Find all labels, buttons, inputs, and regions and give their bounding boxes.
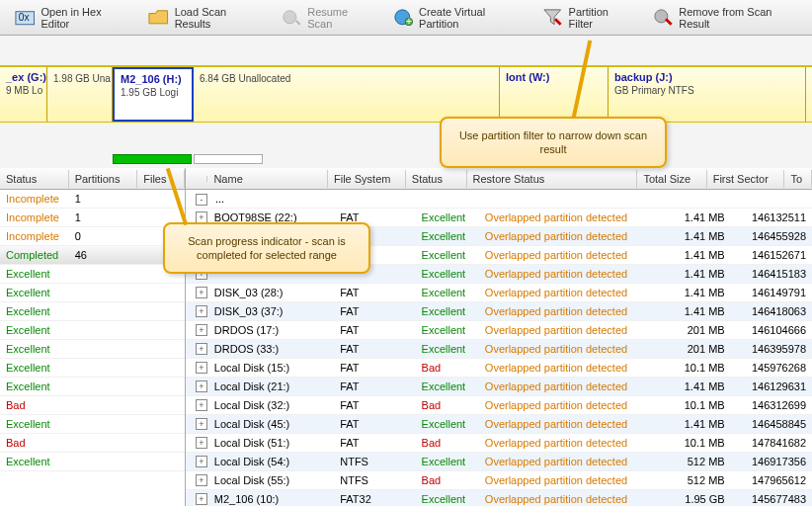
status-row[interactable]: Bad xyxy=(0,434,185,453)
expand-icon[interactable]: + xyxy=(196,343,207,355)
left-panel: StatusPartitionsFiles Incomplete1Incompl… xyxy=(0,168,186,506)
restore-cell: Overlapped partition detected xyxy=(479,210,659,225)
status-row[interactable]: Incomplete1 xyxy=(0,209,185,227)
restore-cell: Overlapped partition detected xyxy=(479,454,659,469)
open-hex-button[interactable]: 0x Open in Hex Editor xyxy=(4,1,137,35)
status-cell: Excellent xyxy=(0,416,69,432)
size-cell: 1.95 GB xyxy=(658,491,730,506)
partition-row[interactable]: +Local Disk (21:)FATExcellentOverlapped … xyxy=(186,378,812,396)
partition-row[interactable]: +Local Disk (55:)NTFSBadOverlapped parti… xyxy=(186,471,812,490)
column-header[interactable]: First Sector xyxy=(707,170,785,188)
collapse-icon[interactable]: - xyxy=(196,194,207,206)
status-cell: Excellent xyxy=(416,491,479,506)
partition-title: M2_106 (H:) xyxy=(121,73,186,85)
partition-row[interactable]: +Local Disk (45:)FATExcellentOverlapped … xyxy=(186,415,812,434)
remove-result-button[interactable]: Remove from Scan Result xyxy=(642,1,808,35)
partition-cell[interactable]: lont (W:) xyxy=(500,67,609,122)
status-row[interactable]: Excellent xyxy=(0,284,185,302)
svg-point-2 xyxy=(284,10,296,23)
status-cell: Excellent xyxy=(0,379,69,394)
name-cell: Local Disk (55:) xyxy=(208,472,334,488)
column-header[interactable]: Status xyxy=(0,170,69,188)
partition-cell[interactable]: backup (J:)GB Primary NTFS xyxy=(609,67,806,122)
load-scan-button[interactable]: Load Scan Results xyxy=(137,1,271,35)
right-panel: NameFile SystemStatusRestore StatusTotal… xyxy=(186,168,812,506)
expand-icon[interactable]: + xyxy=(196,418,207,430)
status-row[interactable]: Excellent xyxy=(0,415,185,434)
status-row[interactable]: Excellent xyxy=(0,265,185,284)
partition-row[interactable]: +Local Disk (32:)FATBadOverlapped partit… xyxy=(186,396,812,415)
status-row[interactable]: Excellent xyxy=(0,302,185,321)
column-header[interactable]: Total Size xyxy=(637,170,706,188)
expand-icon[interactable]: + xyxy=(196,493,207,505)
status-row[interactable]: Excellent xyxy=(0,453,185,471)
partition-row[interactable]: +DISK_03 (28:)FATExcellentOverlapped par… xyxy=(186,284,812,302)
sector-cell: 146312699 xyxy=(731,397,812,413)
partition-row[interactable]: +M2_106 (10:)FAT32ExcellentOverlapped pa… xyxy=(186,490,812,506)
column-header[interactable]: Status xyxy=(406,170,467,188)
sector-cell: 147965612 xyxy=(731,472,812,488)
status-row[interactable]: Incomplete1 xyxy=(0,190,185,209)
tree-parent-row[interactable]: - ... xyxy=(186,190,812,209)
open-hex-label: Open in Hex Editor xyxy=(41,6,127,30)
expand-icon[interactable]: + xyxy=(196,380,207,392)
expand-icon[interactable]: + xyxy=(196,456,207,467)
expand-icon[interactable]: + xyxy=(196,399,207,411)
status-cell: Incomplete xyxy=(0,191,69,207)
status-row[interactable]: Excellent xyxy=(0,378,185,396)
expand-icon[interactable]: + xyxy=(196,305,207,317)
sector-cell: 146104666 xyxy=(731,322,812,338)
partition-cell[interactable]: _ex (G:)9 MB Lo xyxy=(0,67,47,122)
expand-icon[interactable]: + xyxy=(196,437,207,449)
column-header[interactable] xyxy=(186,176,207,182)
status-cell: Bad xyxy=(416,472,479,488)
sector-cell: 146458845 xyxy=(731,416,812,432)
toolbar: 0x Open in Hex Editor Load Scan Results … xyxy=(0,0,812,36)
partition-cell[interactable]: 1.98 GB Una xyxy=(47,67,113,122)
expand-icon[interactable]: + xyxy=(196,362,207,374)
name-cell: Local Disk (32:) xyxy=(208,397,334,413)
restore-cell: Overlapped partition detected xyxy=(479,266,659,282)
partition-row[interactable]: +DISK_03 (37:)FATExcellentOverlapped par… xyxy=(186,302,812,321)
partitions-cell xyxy=(69,460,138,464)
status-cell: Excellent xyxy=(0,303,69,319)
resume-scan-button[interactable]: Resume Scan xyxy=(271,1,382,35)
name-cell: DRDOS (33:) xyxy=(208,341,334,357)
restore-cell: Overlapped partition detected xyxy=(479,435,659,451)
fs-cell: FAT xyxy=(334,435,415,451)
partition-filter-button[interactable]: Partition Filter xyxy=(531,1,642,35)
partition-row[interactable]: +DRDOS (17:)FATExcellentOverlapped parti… xyxy=(186,321,812,340)
column-header[interactable]: To xyxy=(784,170,812,188)
restore-cell: Overlapped partition detected xyxy=(479,360,659,376)
status-row[interactable]: Excellent xyxy=(0,359,185,378)
expand-icon[interactable]: + xyxy=(196,287,207,298)
name-cell: Local Disk (51:) xyxy=(208,435,334,451)
partition-cell[interactable]: M2_106 (H:)1.95 GB Logi xyxy=(113,67,194,122)
tree-dots: ... xyxy=(209,191,230,207)
partition-row[interactable]: +Local Disk (15:)FATBadOverlapped partit… xyxy=(186,359,812,378)
column-header[interactable]: Files xyxy=(137,170,185,188)
partition-row[interactable]: +Local Disk (54:)NTFSExcellentOverlapped… xyxy=(186,453,812,471)
create-virtual-button[interactable]: + Create Virtual Partition xyxy=(382,1,532,35)
fs-cell: FAT xyxy=(334,341,415,357)
status-cell: Excellent xyxy=(0,341,69,357)
column-header[interactable]: File System xyxy=(328,170,406,188)
status-row[interactable]: Incomplete0 xyxy=(0,227,185,246)
partition-row[interactable]: +Local Disk (51:)FATBadOverlapped partit… xyxy=(186,434,812,453)
status-row[interactable]: Excellent xyxy=(0,340,185,359)
expand-icon[interactable]: + xyxy=(196,324,207,336)
expand-icon[interactable]: + xyxy=(196,474,207,486)
status-row[interactable]: Bad xyxy=(0,396,185,415)
name-cell: Local Disk (45:) xyxy=(208,416,334,432)
column-header[interactable]: Name xyxy=(207,170,328,188)
partition-cell[interactable]: 6.84 GB Unallocated xyxy=(194,67,500,122)
column-header[interactable]: Partitions xyxy=(69,170,138,188)
fs-cell: FAT xyxy=(334,379,415,394)
status-row[interactable]: Completed460 xyxy=(0,246,185,265)
status-cell: Excellent xyxy=(416,210,479,225)
status-row[interactable]: Excellent xyxy=(0,321,185,340)
sector-cell: 146917356 xyxy=(731,454,812,469)
partition-row[interactable]: +DRDOS (33:)FATExcellentOverlapped parti… xyxy=(186,340,812,359)
create-virtual-label: Create Virtual Partition xyxy=(419,6,521,30)
column-header[interactable]: Restore Status xyxy=(467,170,638,188)
